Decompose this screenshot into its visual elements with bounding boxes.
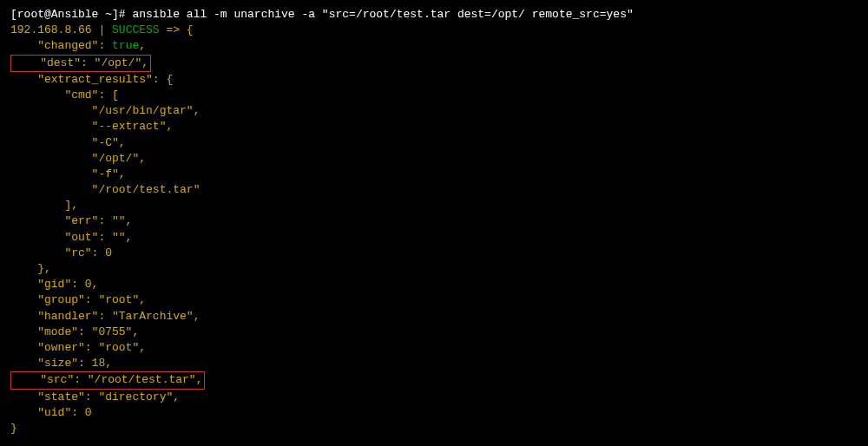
cmd-item-5: "/root/test.tar": [10, 182, 858, 198]
handler-line: "handler": "TarArchive",: [10, 309, 858, 325]
extract-results-open: "extract_results": {: [10, 72, 858, 88]
command-text: ansible all -m unarchive -a "src=/root/t…: [132, 8, 633, 21]
shell-prompt: [root@Ansible ~]#: [10, 8, 132, 21]
result-header: 192.168.8.66 | SUCCESS => {: [10, 23, 858, 38]
mode-line: "mode": "0755",: [10, 325, 858, 340]
owner-line: "owner": "root",: [10, 340, 858, 356]
arrow-brace: => {: [160, 23, 194, 36]
dest-line-wrapper: "dest": "/opt/",: [10, 55, 858, 72]
changed-comma: ,: [139, 39, 146, 52]
cmd-item-3: "/opt/",: [10, 151, 858, 167]
cmd-close: ],: [10, 198, 858, 213]
separator: |: [92, 23, 112, 36]
status-text: SUCCESS: [112, 23, 160, 36]
src-line-wrapper: "src": "/root/test.tar",: [10, 371, 858, 389]
changed-value: true: [112, 39, 139, 52]
host-ip: 192.168.8.66: [10, 23, 92, 36]
gid-line: "gid": 0,: [10, 277, 858, 292]
changed-key: "changed":: [10, 39, 112, 52]
changed-line: "changed": true,: [10, 38, 858, 54]
state-line: "state": "directory",: [10, 390, 858, 405]
cmd-item-4: "-f",: [10, 167, 858, 182]
src-highlight: "src": "/root/test.tar",: [10, 371, 205, 389]
out-line: "out": "",: [10, 230, 858, 246]
dest-highlight: "dest": "/opt/",: [10, 55, 151, 72]
group-line: "group": "root",: [10, 292, 858, 308]
cmd-item-1: "--extract",: [10, 119, 858, 134]
extract-results-close: },: [10, 261, 858, 277]
close-brace: }: [10, 421, 858, 436]
cmd-open: "cmd": [: [10, 88, 858, 103]
command-line: [root@Ansible ~]# ansible all -m unarchi…: [10, 7, 858, 23]
rc-line: "rc": 0: [10, 246, 858, 261]
size-line: "size": 18,: [10, 356, 858, 371]
uid-line: "uid": 0: [10, 405, 858, 421]
err-line: "err": "",: [10, 213, 858, 229]
cmd-item-0: "/usr/bin/gtar",: [10, 103, 858, 119]
cmd-item-2: "-C",: [10, 135, 858, 151]
